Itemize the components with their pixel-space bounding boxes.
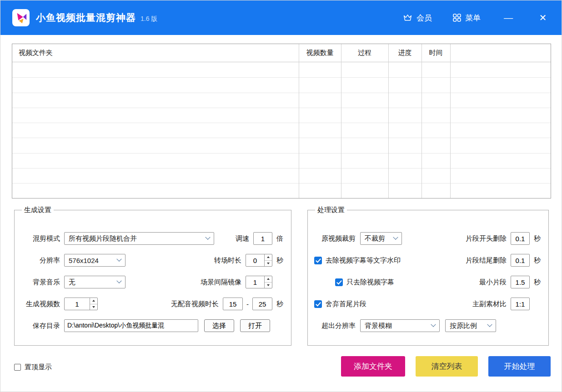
spinner-arrows — [90, 298, 97, 310]
scale-mode-select[interactable]: 按原比例 — [445, 319, 496, 332]
mix-mode-row: 混剪模式 所有视频片段随机合并 调速 倍 — [21, 232, 285, 245]
remove-watermark-label: 去除视频字幕等文字水印 — [326, 256, 401, 265]
remove-watermark-checkbox-row[interactable]: 去除视频字幕等文字水印 — [314, 256, 401, 265]
processing-settings-title: 处理设置 — [315, 206, 347, 214]
column-header-count: 视频数量 — [299, 49, 341, 57]
grid-menu-icon — [453, 14, 461, 22]
discard-checkbox[interactable] — [314, 300, 322, 308]
ratio-input[interactable] — [511, 298, 530, 310]
head-delete-input[interactable] — [511, 232, 530, 245]
bgm-label: 背景音乐 — [21, 278, 60, 287]
save-dir-input[interactable] — [64, 319, 198, 332]
scene-mirror-label: 场景间隔镜像 — [201, 278, 241, 287]
ratio-group: 主副素材比 — [472, 298, 542, 310]
transition-duration-spinner[interactable] — [246, 254, 272, 267]
scene-mirror-spinner[interactable] — [246, 276, 272, 288]
pin-on-top-checkbox[interactable] — [14, 364, 21, 371]
bgm-select[interactable]: 无 — [64, 276, 125, 288]
generation-settings-group: 生成设置 混剪模式 所有视频片段随机合并 调速 倍 分辨率 576x1024 转… — [14, 206, 291, 346]
spinner-arrows — [264, 276, 272, 288]
resolution-select[interactable]: 576x1024 — [64, 254, 125, 267]
spinner-arrows — [264, 254, 272, 266]
app-version: 1.6 版 — [140, 15, 157, 23]
video-folder-table[interactable]: 视频文件夹 视频数量 过程 进度 时间 — [12, 44, 551, 198]
discard-row: 舍弃首尾片段 主副素材比 — [314, 297, 542, 311]
select-dir-button[interactable]: 选择 — [204, 319, 234, 332]
column-separator — [299, 44, 299, 198]
member-label: 会员 — [416, 13, 432, 23]
column-header-process: 过程 — [341, 49, 388, 57]
transition-duration-label: 转场时长 — [214, 256, 241, 265]
menu-label: 菜单 — [465, 13, 481, 23]
subtitle-only-checkbox[interactable] — [335, 278, 343, 286]
tail-delete-input[interactable] — [511, 254, 530, 267]
duration-max-input[interactable] — [252, 298, 272, 310]
triangle-down-icon — [92, 306, 95, 308]
duration-min-input[interactable] — [223, 298, 243, 310]
processing-settings-group: 处理设置 原视频裁剪 不裁剪 片段开头删除 秒 去除视频字幕等文字水印 片段结尾… — [307, 206, 549, 346]
spin-down-button[interactable] — [265, 260, 272, 267]
pin-on-top-checkbox-row[interactable]: 置顶显示 — [14, 363, 52, 372]
chevron-down-icon — [393, 235, 398, 240]
mix-mode-value: 所有视频片段随机合并 — [69, 234, 137, 243]
pin-on-top-label: 置顶显示 — [25, 363, 52, 372]
minimize-button[interactable]: — — [502, 13, 515, 23]
column-header-folder: 视频文件夹 — [12, 49, 299, 57]
video-count-input[interactable] — [65, 298, 90, 310]
mix-mode-select[interactable]: 所有视频片段随机合并 — [64, 232, 214, 245]
tail-delete-label: 片段结尾删除 — [466, 256, 507, 265]
column-header-time: 时间 — [422, 49, 450, 57]
min-clip-group: 最小片段 秒 — [479, 276, 542, 288]
speed-input[interactable] — [253, 232, 272, 245]
discard-checkbox-row[interactable]: 舍弃首尾片段 — [314, 300, 366, 308]
column-separator — [388, 44, 389, 198]
save-dir-row: 保存目录 选择 打开 — [21, 319, 285, 332]
video-count-spinner[interactable] — [64, 298, 98, 310]
open-dir-button[interactable]: 打开 — [240, 319, 270, 332]
exceed-resolution-select[interactable]: 背景模糊 — [360, 319, 440, 332]
exceed-resolution-row: 超出分辨率 背景模糊 按原比例 — [314, 319, 542, 332]
min-clip-unit: 秒 — [534, 278, 542, 287]
app-title: 小鱼视频批量混剪神器 — [36, 11, 136, 24]
chevron-down-icon — [116, 278, 121, 283]
remove-watermark-checkbox[interactable] — [314, 257, 322, 264]
subtitle-only-checkbox-row[interactable]: 只去除视频字幕 — [335, 278, 394, 287]
table-empty-rows[interactable] — [12, 63, 551, 198]
spin-up-button[interactable] — [265, 254, 272, 260]
crop-select[interactable]: 不裁剪 — [360, 232, 402, 245]
crop-value: 不裁剪 — [365, 234, 385, 243]
column-separator — [450, 44, 451, 198]
bgm-row: 背景音乐 无 场景间隔镜像 — [21, 275, 285, 289]
titlebar: 小鱼视频批量混剪神器 1.6 版 会员 菜单 — ✕ — [0, 0, 562, 35]
scene-mirror-input[interactable] — [246, 276, 264, 288]
spin-down-button[interactable] — [265, 282, 272, 288]
ratio-label: 主副素材比 — [472, 300, 507, 308]
spin-up-button[interactable] — [90, 298, 97, 304]
generation-settings-title: 生成设置 — [22, 206, 54, 214]
speed-unit: 倍 — [276, 234, 285, 243]
bgm-value: 无 — [69, 278, 75, 287]
chevron-down-icon — [487, 322, 492, 327]
start-processing-button[interactable]: 开始处理 — [488, 356, 551, 377]
triangle-up-icon — [267, 278, 270, 280]
video-count-row: 生成视频数 无配音视频时长 - 秒 — [21, 297, 285, 311]
transition-group: 转场时长 秒 — [214, 254, 285, 267]
column-separator — [422, 44, 422, 198]
discard-label: 舍弃首尾片段 — [326, 300, 366, 308]
crop-label: 原视频裁剪 — [321, 234, 356, 243]
clear-list-button[interactable]: 清空列表 — [416, 356, 478, 377]
duration-range-dash: - — [246, 300, 249, 308]
spin-down-button[interactable] — [90, 304, 97, 310]
mirror-group: 场景间隔镜像 — [201, 276, 285, 288]
add-folder-button[interactable]: 添加文件夹 — [341, 356, 405, 377]
transition-duration-input[interactable] — [246, 254, 264, 266]
triangle-down-icon — [267, 284, 270, 286]
tail-delete-unit: 秒 — [534, 256, 542, 265]
close-button[interactable]: ✕ — [536, 12, 550, 23]
spin-up-button[interactable] — [265, 276, 272, 282]
menu-button[interactable]: 菜单 — [453, 13, 481, 23]
head-delete-label: 片段开头删除 — [466, 234, 507, 243]
footer-actions: 添加文件夹 清空列表 开始处理 — [341, 356, 551, 377]
member-button[interactable]: 会员 — [403, 13, 432, 23]
min-clip-input[interactable] — [511, 276, 530, 288]
